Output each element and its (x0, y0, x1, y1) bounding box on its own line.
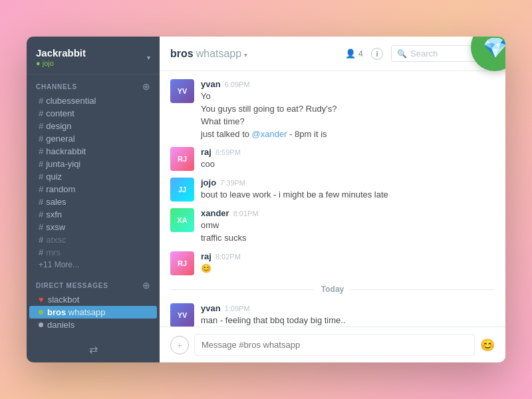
message-text: omw (201, 219, 495, 232)
sidebar-footer: ⇄ (27, 336, 160, 362)
avatar: YV (170, 303, 194, 327)
message-input[interactable] (194, 334, 475, 356)
message-time: 8:01PM (233, 209, 259, 217)
hash-icon: # (39, 209, 43, 219)
member-count: 👤 4 (345, 49, 363, 59)
dm-name: slackbot (48, 295, 80, 305)
message-text: Yo (201, 90, 495, 103)
channel-name-bold: bros (170, 48, 194, 60)
sidebar: Jackrabbit jojo ▾ CHANNELS ⊕ #clubessent… (27, 37, 160, 362)
message-text: traffic sucks (201, 232, 495, 245)
hash-icon: # (39, 146, 43, 156)
message-text: coo (201, 158, 495, 171)
channel-title: bros whatsapp ▾ (170, 48, 345, 60)
hash-icon: # (39, 108, 43, 118)
hash-icon: # (39, 235, 43, 245)
avatar: RJ (170, 147, 194, 171)
message-content: raj 8:02PM 😊 (201, 251, 495, 275)
channels-section: CHANNELS ⊕ #clubessential #content #desi… (27, 74, 160, 273)
table-row: YV yvan 6:09PM Yo You guys still going t… (170, 79, 495, 140)
sidebar-item-mrs[interactable]: #mrs (29, 246, 157, 259)
mention-link[interactable]: @xander (252, 129, 287, 139)
dropdown-arrow-icon[interactable]: ▾ (244, 51, 247, 59)
chevron-down-icon[interactable]: ▾ (147, 54, 150, 61)
message-text: You guys still going to eat? Rudy's? (201, 103, 495, 116)
info-icon[interactable]: i (371, 48, 383, 60)
sidebar-item-atxsc[interactable]: #atxsc (29, 233, 157, 246)
sidebar-item-content[interactable]: #content (29, 107, 157, 120)
message-meta: raj 6:59PM (201, 147, 495, 157)
sidebar-item-sxfn[interactable]: #sxfn (29, 208, 157, 221)
message-author: raj (201, 147, 211, 157)
message-author: jojo (201, 178, 216, 188)
message-time: 6:59PM (215, 148, 241, 156)
message-time: 6:09PM (225, 80, 250, 88)
hash-icon: # (39, 197, 43, 207)
messages-area: YV yvan 6:09PM Yo You guys still going t… (160, 71, 505, 327)
hash-icon: # (39, 247, 43, 257)
main-content: bros whatsapp ▾ 👤 4 i 🔍 Search ⚙ (160, 37, 505, 362)
avatar: RJ (170, 251, 194, 275)
dm-item-daniels[interactable]: daniels (29, 319, 157, 331)
hash-icon: # (39, 172, 43, 182)
message-text: just talked to @xander - 8pm it is (201, 128, 495, 141)
avatar: JJ (170, 178, 194, 201)
message-content: raj 6:59PM coo (201, 147, 495, 171)
search-box[interactable]: 🔍 Search (391, 45, 477, 62)
message-content: xander 8:01PM omw traffic sucks (201, 208, 495, 245)
hash-icon: # (39, 134, 43, 144)
online-dot-icon (39, 310, 43, 315)
main-header: bros whatsapp ▾ 👤 4 i 🔍 Search ⚙ (160, 37, 505, 71)
dm-name: bros whatsapp (47, 307, 105, 317)
dm-section-header: DIRECT MESSAGES ⊕ (27, 280, 160, 293)
shuffle-icon[interactable]: ⇄ (89, 343, 98, 356)
add-channel-icon[interactable]: ⊕ (142, 81, 150, 92)
message-author: xander (201, 208, 229, 218)
dm-item-slackbot[interactable]: ♥ slackbot (29, 293, 157, 306)
message-content: yvan 1:09PM man - feeling that bbq today… (201, 303, 495, 327)
sidebar-item-clubessential[interactable]: #clubessential (29, 94, 157, 107)
message-time: 1:09PM (225, 305, 250, 313)
today-divider: Today (170, 285, 495, 294)
message-author: raj (201, 251, 211, 261)
today-label: Today (321, 285, 344, 294)
message-meta: xander 8:01PM (201, 208, 495, 218)
search-placeholder: Search (410, 49, 438, 59)
hash-icon: # (39, 121, 43, 131)
divider-line (350, 289, 495, 290)
sidebar-header: Jackrabbit jojo ▾ (27, 37, 160, 74)
sidebar-item-junta-yiqi[interactable]: #junta-yiqi (29, 158, 157, 170)
hash-icon: # (39, 159, 43, 169)
message-input-area: + 😊 (160, 327, 505, 362)
sketch-icon: 💎 (483, 37, 506, 59)
heart-icon: ♥ (39, 295, 44, 305)
sidebar-item-sxsw[interactable]: #sxsw (29, 221, 157, 233)
message-content: jojo 7:39PM bout to leave work - i might… (201, 178, 495, 201)
message-content: yvan 6:09PM Yo You guys still going to e… (201, 79, 495, 140)
dm-item-bros[interactable]: bros whatsapp (29, 306, 157, 319)
divider-line (170, 289, 315, 290)
table-row: JJ jojo 7:39PM bout to leave work - i mi… (170, 178, 495, 201)
more-channels-link[interactable]: +11 More... (29, 259, 157, 271)
app-window: Jackrabbit jojo ▾ CHANNELS ⊕ #clubessent… (27, 37, 505, 362)
sidebar-item-design[interactable]: #design (29, 120, 157, 132)
sidebar-item-random[interactable]: #random (29, 183, 157, 196)
sidebar-item-sales[interactable]: #sales (29, 196, 157, 208)
hash-icon: # (39, 184, 43, 194)
message-meta: raj 8:02PM (201, 251, 495, 261)
sidebar-item-hackrabbit[interactable]: #hackrabbit (29, 145, 157, 158)
people-icon: 👤 (345, 49, 356, 59)
user-status: jojo (36, 59, 86, 67)
avatar: XA (170, 208, 194, 232)
sidebar-item-quiz[interactable]: #quiz (29, 170, 157, 183)
workspace-title: Jackrabbit (36, 47, 86, 59)
emoji-icon[interactable]: 😊 (480, 338, 495, 352)
message-author: yvan (201, 303, 221, 313)
add-dm-icon[interactable]: ⊕ (142, 280, 150, 291)
sidebar-item-general[interactable]: #general (29, 132, 157, 145)
table-row: YV yvan 1:09PM man - feeling that bbq to… (170, 303, 495, 327)
hash-icon: # (39, 222, 43, 232)
dm-label: DIRECT MESSAGES (36, 282, 108, 289)
attach-icon[interactable]: + (170, 336, 189, 354)
channels-section-header: CHANNELS ⊕ (27, 81, 160, 94)
